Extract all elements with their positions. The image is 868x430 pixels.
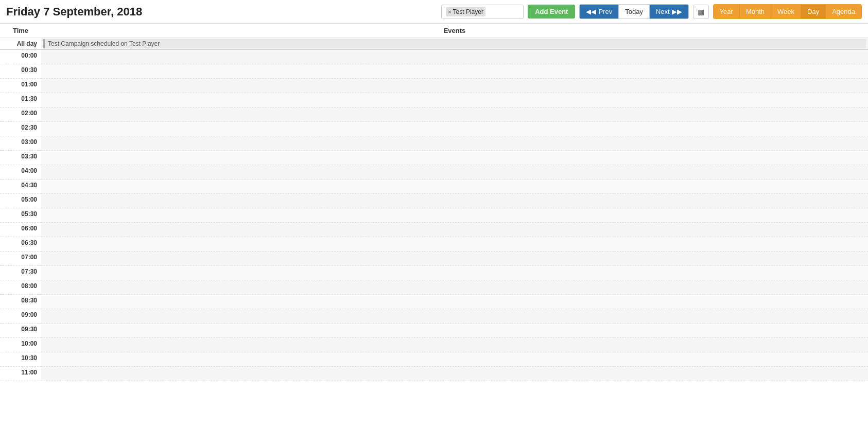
time-row: 03:00 bbox=[0, 136, 868, 151]
time-label: 04:00 bbox=[0, 165, 41, 180]
time-row: 09:30 bbox=[0, 324, 868, 338]
event-slot[interactable] bbox=[41, 93, 868, 107]
time-row: 07:30 bbox=[0, 266, 868, 280]
time-row: 08:30 bbox=[0, 295, 868, 309]
time-label: 05:00 bbox=[0, 194, 41, 208]
time-row: 08:00 bbox=[0, 280, 868, 295]
view-btn-week[interactable]: Week bbox=[771, 5, 801, 19]
time-label: 03:00 bbox=[0, 136, 41, 151]
time-row: 05:30 bbox=[0, 208, 868, 223]
time-row: 10:30 bbox=[0, 352, 868, 367]
view-btn-day[interactable]: Day bbox=[801, 5, 826, 19]
time-row: 00:00 bbox=[0, 50, 868, 64]
event-slot[interactable] bbox=[41, 223, 868, 237]
time-label: 09:30 bbox=[0, 324, 41, 338]
page-title: Friday 7 September, 2018 bbox=[6, 5, 142, 19]
time-label: 07:30 bbox=[0, 266, 41, 280]
calendar-header-row: Time Events bbox=[0, 24, 868, 38]
event-slot[interactable] bbox=[41, 136, 868, 151]
event-slot[interactable] bbox=[41, 309, 868, 324]
next-button[interactable]: Next ▶▶ bbox=[650, 5, 688, 19]
event-slot[interactable] bbox=[41, 338, 868, 352]
prev-button[interactable]: ◀◀ Prev bbox=[580, 5, 618, 19]
time-row: 10:00 bbox=[0, 338, 868, 352]
header-controls: × Test Player Add Event ◀◀ Prev Today Ne… bbox=[441, 4, 862, 19]
time-row: 02:00 bbox=[0, 107, 868, 122]
time-label: 02:00 bbox=[0, 107, 41, 122]
calendar-table: Time Events All day Test Campaign schedu… bbox=[0, 24, 868, 381]
time-row: 03:30 bbox=[0, 151, 868, 165]
calendar-container: Time Events All day Test Campaign schedu… bbox=[0, 24, 868, 423]
time-label: 10:30 bbox=[0, 352, 41, 367]
time-row: 07:00 bbox=[0, 252, 868, 266]
event-slot[interactable] bbox=[41, 280, 868, 295]
time-label: 05:30 bbox=[0, 208, 41, 223]
time-label: 07:00 bbox=[0, 252, 41, 266]
event-slot[interactable] bbox=[41, 151, 868, 165]
time-row: 06:00 bbox=[0, 223, 868, 237]
view-btn-month[interactable]: Month bbox=[740, 5, 771, 19]
time-row: 05:00 bbox=[0, 194, 868, 208]
header: Friday 7 September, 2018 × Test Player A… bbox=[0, 0, 868, 24]
event-slot[interactable] bbox=[41, 208, 868, 223]
time-label: 06:30 bbox=[0, 237, 41, 252]
event-slot[interactable] bbox=[41, 180, 868, 194]
time-row: 01:00 bbox=[0, 79, 868, 93]
event-slot[interactable] bbox=[41, 295, 868, 309]
prev-label: Prev bbox=[598, 8, 612, 15]
col-time-header: Time bbox=[0, 24, 41, 38]
event-slot[interactable] bbox=[41, 79, 868, 93]
time-label: 04:30 bbox=[0, 180, 41, 194]
time-label: 03:30 bbox=[0, 151, 41, 165]
time-label: 09:00 bbox=[0, 309, 41, 324]
view-group: YearMonthWeekDayAgenda bbox=[713, 4, 862, 19]
grid-icon-button[interactable]: ▦ bbox=[693, 5, 709, 19]
time-label: 11:00 bbox=[0, 367, 41, 381]
event-slot[interactable] bbox=[41, 266, 868, 280]
time-label: 08:30 bbox=[0, 295, 41, 309]
grid-icon: ▦ bbox=[698, 8, 704, 16]
event-slot[interactable] bbox=[41, 165, 868, 180]
event-slot[interactable] bbox=[41, 107, 868, 122]
prev-arrows-icon: ◀◀ bbox=[586, 8, 596, 15]
event-slot[interactable] bbox=[41, 194, 868, 208]
event-slot[interactable] bbox=[41, 252, 868, 266]
allday-label: All day bbox=[0, 38, 41, 50]
time-row: 11:00 bbox=[0, 367, 868, 381]
view-btn-year[interactable]: Year bbox=[714, 5, 740, 19]
time-label: 00:00 bbox=[0, 50, 41, 64]
event-slot[interactable] bbox=[41, 50, 868, 64]
event-slot[interactable] bbox=[41, 64, 868, 79]
time-row: 09:00 bbox=[0, 309, 868, 324]
time-row: 00:30 bbox=[0, 64, 868, 79]
allday-event-cell[interactable]: Test Campaign scheduled on Test Player bbox=[41, 38, 868, 50]
time-label: 06:00 bbox=[0, 223, 41, 237]
time-label: 10:00 bbox=[0, 338, 41, 352]
event-slot[interactable] bbox=[41, 324, 868, 338]
add-event-button[interactable]: Add Event bbox=[528, 5, 575, 19]
allday-event[interactable]: Test Campaign scheduled on Test Player bbox=[43, 39, 866, 48]
time-row: 04:00 bbox=[0, 165, 868, 180]
today-button[interactable]: Today bbox=[618, 5, 650, 19]
event-slot[interactable] bbox=[41, 367, 868, 381]
time-label: 00:30 bbox=[0, 64, 41, 79]
view-btn-agenda[interactable]: Agenda bbox=[826, 5, 861, 19]
nav-group: ◀◀ Prev Today Next ▶▶ bbox=[579, 4, 688, 19]
time-label: 01:00 bbox=[0, 79, 41, 93]
time-label: 01:30 bbox=[0, 93, 41, 107]
time-label: 08:00 bbox=[0, 280, 41, 295]
col-events-header: Events bbox=[41, 24, 868, 38]
next-arrows-icon: ▶▶ bbox=[672, 8, 682, 15]
allday-row: All day Test Campaign scheduled on Test … bbox=[0, 38, 868, 50]
time-label: 02:30 bbox=[0, 122, 41, 136]
player-tag: × Test Player bbox=[446, 7, 485, 16]
event-slot[interactable] bbox=[41, 237, 868, 252]
event-slot[interactable] bbox=[41, 122, 868, 136]
event-slot[interactable] bbox=[41, 352, 868, 367]
next-label: Next bbox=[656, 8, 670, 15]
time-row: 02:30 bbox=[0, 122, 868, 136]
player-filter-input[interactable]: × Test Player bbox=[441, 5, 524, 19]
player-tag-label: Test Player bbox=[453, 8, 483, 15]
time-row: 06:30 bbox=[0, 237, 868, 252]
player-tag-remove-icon[interactable]: × bbox=[448, 9, 451, 15]
